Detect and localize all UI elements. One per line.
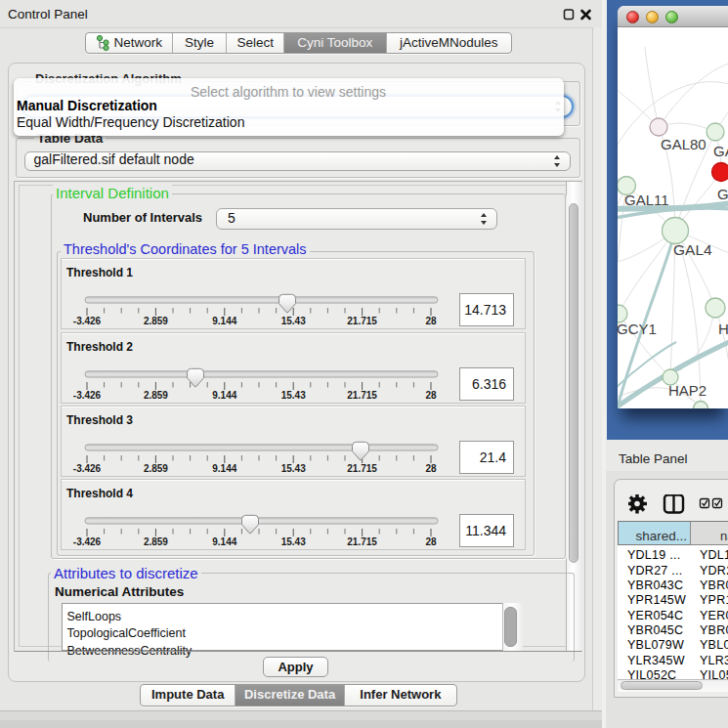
svg-text:9.144: 9.144 — [212, 536, 236, 547]
svg-text:G: G — [717, 186, 728, 202]
svg-text:28: 28 — [425, 390, 437, 401]
svg-text:HAP2: HAP2 — [668, 382, 707, 399]
svg-text:9.144: 9.144 — [212, 390, 236, 401]
svg-text:2.859: 2.859 — [144, 463, 168, 474]
svg-text:15.43: 15.43 — [281, 536, 306, 547]
svg-text:2.859: 2.859 — [144, 536, 168, 547]
svg-text:GAL4: GAL4 — [673, 241, 712, 258]
svg-text:28: 28 — [425, 463, 437, 474]
svg-text:GA: GA — [713, 143, 728, 159]
svg-text:21.715: 21.715 — [347, 316, 377, 326]
svg-text:21.715: 21.715 — [347, 536, 377, 547]
svg-text:-3.426: -3.426 — [73, 536, 102, 547]
svg-text:GCY1: GCY1 — [618, 321, 657, 337]
svg-text:-3.426: -3.426 — [73, 390, 102, 401]
svg-text:2.859: 2.859 — [144, 316, 168, 326]
svg-text:28: 28 — [425, 316, 437, 326]
svg-text:9.144: 9.144 — [212, 316, 236, 326]
svg-text:GAL11: GAL11 — [624, 192, 669, 208]
svg-text:-3.426: -3.426 — [73, 316, 102, 326]
svg-text:15.43: 15.43 — [281, 316, 306, 326]
svg-text:HI: HI — [718, 321, 728, 337]
svg-text:-3.426: -3.426 — [73, 463, 102, 474]
svg-text:15.43: 15.43 — [281, 390, 306, 401]
svg-text:15.43: 15.43 — [281, 463, 306, 474]
svg-text:21.715: 21.715 — [347, 463, 377, 474]
svg-text:28: 28 — [425, 536, 437, 547]
svg-text:GAL80: GAL80 — [661, 136, 707, 152]
svg-text:9.144: 9.144 — [212, 463, 236, 474]
svg-text:2.859: 2.859 — [144, 390, 168, 401]
svg-text:21.715: 21.715 — [347, 390, 377, 401]
